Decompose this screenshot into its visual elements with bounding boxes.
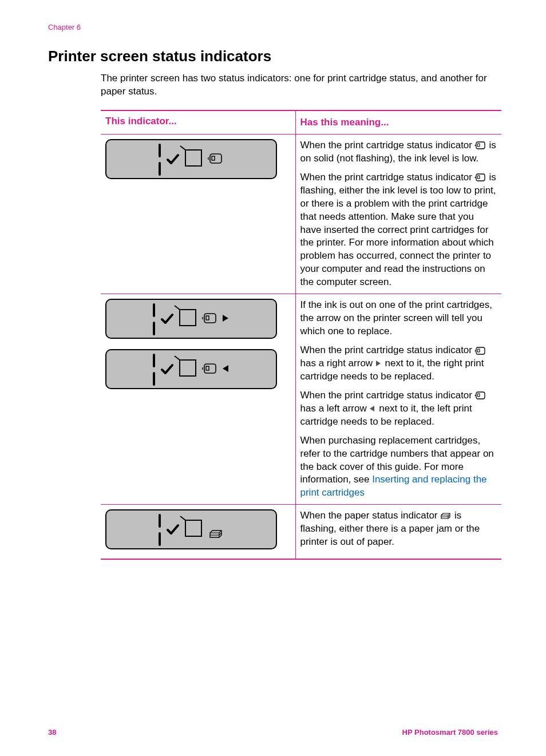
intro-paragraph: The printer screen has two status indica…: [101, 72, 498, 98]
indicator-display-cartridge-left: [105, 349, 277, 389]
indicator-display-cartridge-right: [105, 299, 277, 339]
meaning-text: When purchasing replacement cartridges, …: [300, 434, 497, 500]
table-row: When the paper status indicator is flash…: [101, 505, 501, 560]
antenna-icon: [159, 512, 162, 547]
meaning-text: When the print cartridge status indicato…: [300, 389, 497, 429]
antenna-icon: [159, 141, 162, 177]
checkmark-icon: [161, 363, 175, 375]
table-header-indicator: This indicator...: [101, 110, 295, 134]
table-row: If the ink is out on one of the print ca…: [101, 294, 501, 505]
frame-icon: [185, 149, 204, 169]
meaning-text: When the print cartridge status indicato…: [300, 344, 497, 383]
checkmark-icon: [167, 523, 180, 536]
cartridge-icon: [476, 391, 486, 399]
meaning-text: When the print cartridge status indicato…: [300, 139, 497, 165]
cartridge-icon: [209, 153, 224, 165]
checkmark-icon: [167, 153, 180, 165]
meaning-text: When the paper status indicator is flash…: [300, 509, 497, 549]
left-arrow-icon: [223, 365, 230, 373]
right-arrow-icon: [223, 315, 230, 323]
antenna-icon: [153, 301, 156, 337]
indicator-display-cartridge: [105, 139, 277, 179]
frame-icon: [179, 359, 199, 379]
cartridge-icon: [476, 141, 486, 149]
table-row: When the print cartridge status indicato…: [101, 134, 501, 294]
cartridge-icon: [476, 347, 486, 355]
indicator-display-paper: [105, 509, 277, 549]
meaning-text: If the ink is out on one of the print ca…: [300, 299, 497, 338]
cartridge-icon: [203, 312, 218, 325]
chapter-label: Chapter 6: [48, 23, 498, 31]
product-model: HP Photosmart 7800 series: [402, 728, 498, 737]
antenna-icon: [153, 351, 156, 387]
table-header-meaning: Has this meaning...: [295, 110, 501, 134]
frame-icon: [185, 520, 204, 539]
paper-stack-icon: [209, 529, 224, 540]
right-arrow-icon: [376, 361, 382, 367]
meaning-text: When the print cartridge status indicato…: [300, 171, 497, 289]
page-footer: 38 HP Photosmart 7800 series: [48, 728, 498, 737]
indicator-table: This indicator... Has this meaning... Wh…: [101, 110, 501, 560]
left-arrow-icon: [370, 406, 375, 412]
checkmark-icon: [161, 312, 175, 325]
frame-icon: [179, 309, 199, 328]
cartridge-icon: [476, 173, 486, 181]
cartridge-icon: [203, 363, 218, 375]
page-title: Printer screen status indicators: [48, 48, 498, 65]
paper-stack-icon: [441, 513, 451, 520]
page-number: 38: [48, 728, 56, 737]
